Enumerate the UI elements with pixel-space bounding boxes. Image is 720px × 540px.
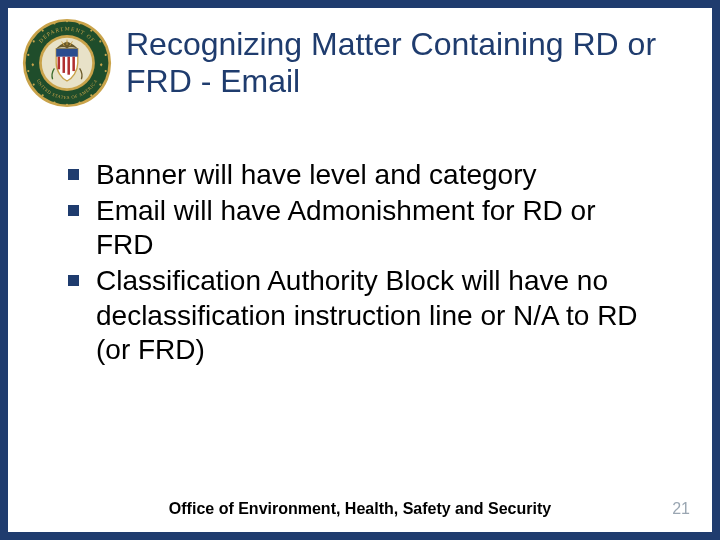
list-item: Banner will have level and category bbox=[62, 158, 652, 192]
slide-title: Recognizing Matter Containing RD or FRD … bbox=[126, 26, 672, 100]
list-item: Email will have Admonishment for RD or F… bbox=[62, 194, 652, 262]
page-number: 21 bbox=[672, 500, 690, 518]
svg-point-9 bbox=[105, 70, 107, 72]
doe-seal-icon: DEPARTMENT OF UNITED STATES OF AMERICA bbox=[22, 18, 112, 108]
svg-rect-28 bbox=[63, 57, 66, 73]
slide-body: Banner will have level and category Emai… bbox=[8, 108, 712, 367]
list-item: Classification Authority Block will have… bbox=[62, 264, 652, 366]
svg-point-12 bbox=[79, 102, 81, 104]
svg-point-19 bbox=[33, 40, 35, 42]
svg-rect-30 bbox=[72, 57, 75, 71]
svg-point-20 bbox=[42, 30, 44, 32]
svg-point-10 bbox=[99, 84, 101, 86]
svg-rect-29 bbox=[67, 57, 70, 75]
svg-point-5 bbox=[79, 22, 81, 24]
svg-point-21 bbox=[53, 22, 55, 24]
slide: DEPARTMENT OF UNITED STATES OF AMERICA bbox=[0, 0, 720, 540]
svg-point-18 bbox=[27, 54, 29, 56]
svg-point-15 bbox=[42, 94, 44, 96]
svg-point-13 bbox=[66, 104, 68, 106]
slide-header: DEPARTMENT OF UNITED STATES OF AMERICA bbox=[8, 8, 712, 108]
svg-point-17 bbox=[27, 70, 29, 72]
svg-point-7 bbox=[99, 40, 101, 42]
svg-point-6 bbox=[90, 30, 92, 32]
svg-rect-27 bbox=[58, 57, 61, 70]
svg-point-11 bbox=[90, 94, 92, 96]
svg-point-8 bbox=[105, 54, 107, 56]
footer-text: Office of Environment, Health, Safety an… bbox=[8, 500, 712, 518]
svg-rect-26 bbox=[56, 49, 78, 57]
svg-point-14 bbox=[53, 102, 55, 104]
bullet-list: Banner will have level and category Emai… bbox=[62, 158, 652, 367]
svg-point-16 bbox=[33, 84, 35, 86]
svg-point-4 bbox=[66, 20, 68, 22]
